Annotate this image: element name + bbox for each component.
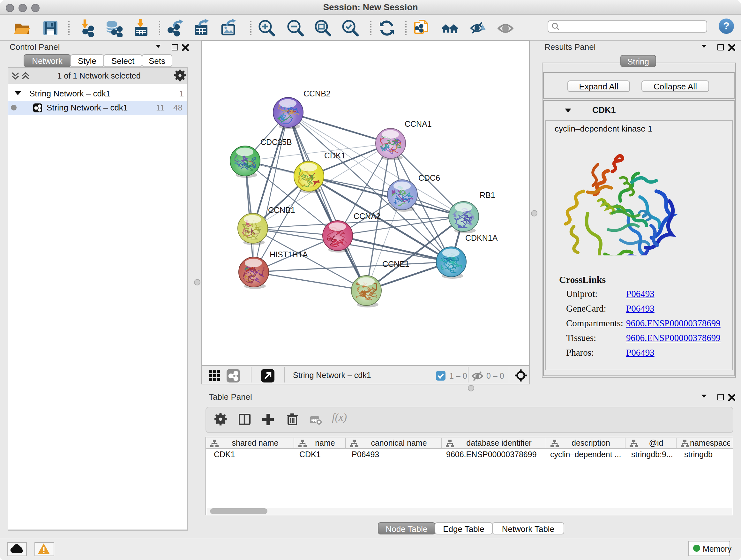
svg-text:HIST1H1A: HIST1H1A xyxy=(270,250,308,259)
svg-text:CCNA1: CCNA1 xyxy=(405,119,432,128)
svg-text:CCNA2: CCNA2 xyxy=(354,212,381,221)
svg-text:CDC25B: CDC25B xyxy=(260,138,292,146)
svg-text:RB1: RB1 xyxy=(480,191,495,199)
svg-text:CCNB1: CCNB1 xyxy=(268,206,295,214)
svg-text:CCNB2: CCNB2 xyxy=(304,89,331,98)
svg-text:CDC6: CDC6 xyxy=(418,173,440,182)
svg-text:CDKN1A: CDKN1A xyxy=(465,233,498,242)
svg-text:CDK1: CDK1 xyxy=(324,151,346,160)
svg-text:CCNE1: CCNE1 xyxy=(382,260,409,268)
